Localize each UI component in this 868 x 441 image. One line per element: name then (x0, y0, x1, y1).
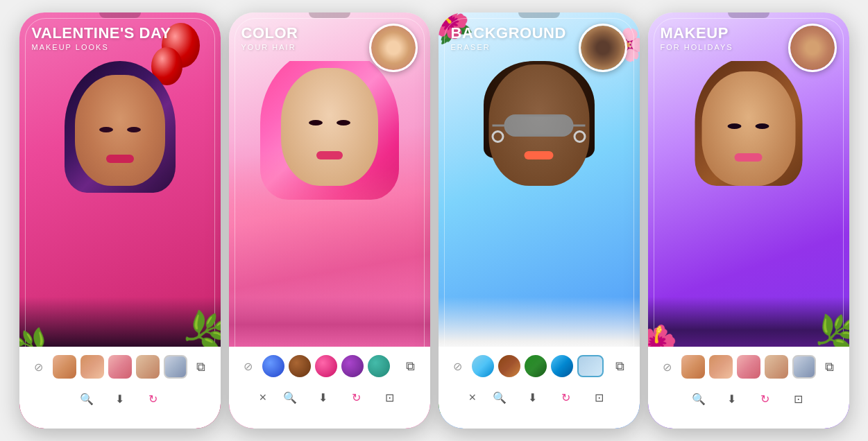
phone-card-valentines: VALENTINE'S DAY MAKEUP LOOKS 🌿 🌿 ⊘ ⧉ � (19, 12, 221, 429)
sync-btn-1[interactable]: ↻ (143, 388, 164, 409)
lips-3 (525, 151, 554, 159)
toolbar-2: ⊘ ⧉ ✕ 🔍 ⬇ ↻ ⊡ (229, 347, 430, 429)
swatch-4-2[interactable] (709, 355, 733, 379)
compare-icon-4[interactable]: ⧉ (820, 360, 840, 374)
swatch-1-5[interactable] (164, 355, 187, 379)
shoulder-3 (439, 297, 640, 352)
swatch-3-water[interactable] (551, 355, 573, 377)
swatch-4-3[interactable] (737, 355, 760, 379)
download-icon-4: ⬇ (727, 392, 736, 406)
download-btn-1[interactable]: ⬇ (110, 388, 130, 409)
sync-btn-2[interactable]: ↻ (346, 387, 367, 408)
swatch-1-1[interactable] (53, 355, 76, 379)
phone-notch-4 (728, 12, 769, 18)
swatch-1-3[interactable] (108, 355, 132, 379)
magnify-icon-3: 🔍 (493, 391, 507, 404)
toolbar-actions-2: ✕ 🔍 ⬇ ↻ ⊡ (236, 384, 423, 410)
swatch-1-4[interactable] (136, 355, 160, 379)
sunglasses-3 (504, 114, 574, 137)
eye-right-2 (337, 120, 350, 126)
face-2 (281, 68, 378, 186)
cancel-icon-3[interactable]: ⊘ (448, 360, 468, 373)
download-icon-3: ⬇ (528, 391, 537, 404)
eye-left-1 (99, 127, 113, 132)
swatch-3-nature[interactable] (525, 355, 547, 377)
swatch-2-teal[interactable] (368, 355, 390, 377)
compare-icon-3[interactable]: ⧉ (611, 359, 630, 374)
magnify-btn-4[interactable]: 🔍 (688, 388, 709, 409)
share-btn-3[interactable]: ⊡ (589, 387, 610, 408)
compare-icon-2[interactable]: ⧉ (401, 359, 420, 374)
face-1 (75, 75, 165, 186)
toolbar-4: ⊘ ⧉ 🔍 ⬇ ↻ ⊡ (648, 347, 849, 429)
magnify-btn-3[interactable]: 🔍 (489, 387, 510, 408)
thumbnail-img-3 (581, 26, 625, 70)
sync-btn-4[interactable]: ↻ (755, 388, 776, 409)
cancel-icon-4[interactable]: ⊘ (658, 361, 677, 374)
sync-icon-2: ↻ (352, 391, 361, 404)
download-icon-1: ⬇ (115, 392, 124, 406)
thumbnail-3 (579, 24, 627, 72)
swatch-2-pink[interactable] (315, 355, 337, 377)
swatch-2-purple[interactable] (341, 355, 364, 377)
eye-right-4 (756, 123, 769, 129)
eye-right-1 (127, 127, 141, 132)
lips-4 (735, 153, 763, 162)
share-icon-3: ⊡ (595, 391, 604, 404)
swatch-4-5[interactable] (792, 355, 816, 379)
compare-icon-1[interactable]: ⧉ (192, 360, 211, 374)
swatch-4-4[interactable] (765, 355, 788, 379)
magnify-btn-1[interactable]: 🔍 (76, 388, 97, 409)
magnify-icon-2: 🔍 (283, 391, 297, 404)
eye-left-4 (728, 123, 742, 129)
magnify-icon-1: 🔍 (80, 392, 94, 406)
swatches-row-2: ⊘ ⧉ (236, 352, 423, 380)
thumbnail-img-4 (790, 26, 835, 70)
sync-icon-4: ↻ (760, 392, 769, 406)
portrait-area-1 (19, 61, 221, 352)
swatch-1-2[interactable] (80, 355, 104, 379)
thumbnail-4 (788, 24, 837, 72)
phone-notch-2 (309, 12, 350, 18)
card-header-1: VALENTINE'S DAY MAKEUP LOOKS (19, 12, 221, 57)
sync-btn-3[interactable]: ↻ (556, 387, 577, 408)
thumbnail-img-2 (371, 26, 416, 70)
lips-2 (316, 151, 343, 159)
toolbar-actions-1: 🔍 ⬇ ↻ (26, 386, 214, 412)
share-btn-2[interactable]: ⊡ (380, 387, 400, 408)
download-btn-3[interactable]: ⬇ (522, 387, 543, 408)
toolbar-actions-4: 🔍 ⬇ ↻ ⊡ (655, 386, 842, 412)
swatch-2-blue[interactable] (262, 355, 284, 377)
phone-card-color: COLOR YOUR HAIR ⊘ ⧉ ✕ 🔍 (229, 12, 430, 429)
earring-left-3 (492, 130, 504, 143)
cross-btn-3[interactable]: ✕ (468, 392, 477, 403)
cancel-icon-1[interactable]: ⊘ (29, 361, 49, 374)
eye-left-2 (309, 120, 323, 126)
toolbar-actions-3: ✕ 🔍 ⬇ ↻ ⊡ (445, 384, 633, 410)
sync-icon-1: ↻ (148, 392, 158, 406)
swatch-4-1[interactable] (681, 355, 705, 379)
shoulder-2 (229, 297, 430, 352)
swatch-3-forest[interactable] (498, 355, 520, 377)
cancel-icon-2[interactable]: ⊘ (239, 360, 258, 373)
swatch-2-brown[interactable] (289, 355, 311, 377)
phone-notch (99, 12, 141, 18)
earring-right-3 (574, 130, 586, 143)
swatches-row-1: ⊘ ⧉ (26, 352, 214, 381)
magnify-btn-2[interactable]: 🔍 (280, 387, 300, 408)
portrait-area-2 (229, 61, 430, 352)
swatches-row-3: ⊘ ⧉ (445, 352, 633, 380)
portrait-area-3 (439, 61, 640, 352)
toolbar-1: ⊘ ⧉ 🔍 ⬇ ↻ (19, 347, 221, 429)
download-btn-4[interactable]: ⬇ (722, 388, 742, 409)
portrait-area-4 (648, 61, 849, 352)
phone-card-makeup: MAKEUP FOR HOLIDAYS 🌿 🌺 ⊘ ⧉ 🔍 (648, 12, 849, 429)
swatch-3-selected[interactable] (577, 355, 604, 377)
card-title-1: VALENTINE'S DAY (32, 25, 208, 42)
face-3 (488, 64, 589, 186)
download-btn-2[interactable]: ⬇ (313, 387, 334, 408)
cross-btn-2[interactable]: ✕ (259, 392, 267, 403)
swatch-3-sky[interactable] (472, 355, 494, 377)
share-btn-4[interactable]: ⊡ (788, 388, 809, 409)
phone-card-background: BACKGROUND ERASER 🌺 🌸 🌿 ⊘ ⧉ ✕ (439, 12, 640, 429)
